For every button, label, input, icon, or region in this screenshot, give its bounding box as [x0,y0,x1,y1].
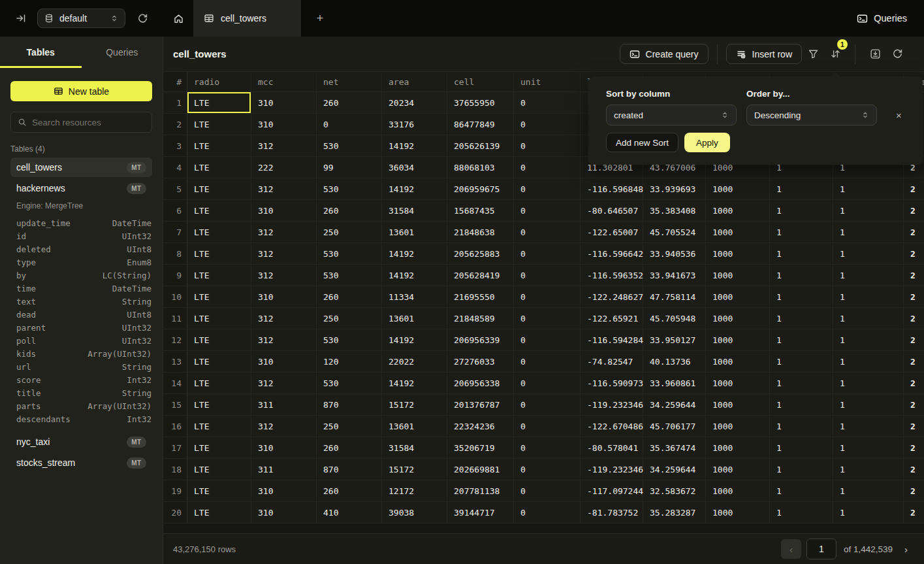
table-cell[interactable]: 202669881 [447,459,514,480]
table-cell[interactable]: -116.596642 [581,243,643,265]
table-cell[interactable]: 1 [770,243,833,265]
table-cell[interactable]: 2 [904,394,924,416]
table-cell[interactable]: 205626139 [447,135,514,157]
table-cell[interactable]: 33.950127 [643,329,706,351]
table-cell[interactable]: 1000 [706,178,770,200]
tab-cell-towers[interactable]: cell_towers [193,0,301,37]
add-new-sort-button[interactable]: Add new Sort [606,133,678,152]
table-cell[interactable]: 14192 [382,265,447,286]
table-cell[interactable]: 33.960861 [643,373,706,394]
remove-sort-icon[interactable]: × [896,110,902,120]
table-cell[interactable]: 35.383408 [643,200,706,222]
table-cell[interactable]: 1 [833,308,904,329]
table-cell[interactable]: 1000 [706,222,770,243]
table-cell[interactable]: 1 [833,200,904,222]
table-cell[interactable]: 1 [833,265,904,286]
table-cell[interactable]: -122.65007 [581,222,643,243]
table-cell[interactable]: LTE [187,243,251,265]
table-cell[interactable]: 1000 [706,459,770,480]
column-header-unit[interactable]: unit [514,72,581,92]
table-cell[interactable]: 207781138 [447,480,514,502]
tab-home[interactable] [163,0,193,37]
table-cell[interactable]: 0 [514,114,581,135]
table-cell[interactable]: 260 [317,437,382,459]
table-cell[interactable]: LTE [187,200,251,222]
sidebar-item-nyc-taxi[interactable]: nyc_taxi MT [10,432,152,452]
refresh-icon[interactable] [886,44,908,64]
table-cell[interactable]: 260 [317,480,382,502]
table-cell[interactable]: 40.13736 [643,351,706,373]
table-cell[interactable]: 1 [770,329,833,351]
column-header-net[interactable]: net [317,72,382,92]
table-cell[interactable]: 222 [251,157,317,178]
new-table-button[interactable]: New table [10,81,152,101]
table-cell[interactable]: 2 [904,416,924,437]
table-cell[interactable]: LTE [187,265,251,286]
table-cell[interactable]: 0 [514,308,581,329]
table-cell[interactable]: 530 [317,178,382,200]
table-cell[interactable]: 1 [770,222,833,243]
table-cell[interactable]: 310 [251,480,317,502]
sort-column-select[interactable]: created [606,105,737,125]
apply-sort-button[interactable]: Apply [684,133,730,152]
table-cell[interactable]: -122.670486 [581,416,643,437]
table-cell[interactable]: 2 [904,308,924,329]
table-cell[interactable]: 1 [770,286,833,308]
table-cell[interactable]: 2 [904,222,924,243]
table-cell[interactable]: 530 [317,265,382,286]
table-cell[interactable]: -116.594284 [581,329,643,351]
table-cell[interactable]: 250 [317,222,382,243]
table-cell[interactable]: 39038 [382,502,447,523]
queries-button[interactable]: Queries [857,13,907,24]
table-cell[interactable]: 260 [317,92,382,114]
table-cell[interactable]: 2 [904,459,924,480]
download-icon[interactable] [864,44,886,64]
table-cell[interactable]: -122.65921 [581,308,643,329]
table-cell[interactable]: 1 [833,480,904,502]
table-cell[interactable]: 310 [251,200,317,222]
table-cell[interactable]: LTE [187,114,251,135]
table-cell[interactable]: 1000 [706,265,770,286]
table-cell[interactable]: 1 [770,200,833,222]
table-cell[interactable]: 870 [317,459,382,480]
table-cell[interactable]: 312 [251,308,317,329]
table-cell[interactable]: 1000 [706,200,770,222]
table-cell[interactable]: 1 [833,222,904,243]
sidebar-tab-queries[interactable]: Queries [82,37,163,68]
table-cell[interactable]: 1 [770,459,833,480]
table-cell[interactable]: 311 [251,459,317,480]
filter-icon[interactable] [802,44,824,64]
table-cell[interactable]: 1 [833,416,904,437]
table-cell[interactable]: 312 [251,265,317,286]
table-cell[interactable]: LTE [187,286,251,308]
table-cell[interactable]: 0 [514,200,581,222]
table-cell[interactable]: 33.941673 [643,265,706,286]
table-cell[interactable]: LTE [187,92,251,114]
table-cell[interactable]: 13601 [382,222,447,243]
table-cell[interactable]: 2 [904,200,924,222]
table-cell[interactable]: 206956338 [447,373,514,394]
table-cell[interactable]: 2 [904,178,924,200]
table-cell[interactable]: 32.583672 [643,480,706,502]
table-cell[interactable]: 12172 [382,480,447,502]
sidebar-item-stocks-stream[interactable]: stocks_stream MT [10,453,152,473]
table-cell[interactable]: -119.232346 [581,394,643,416]
sidebar-item-hackernews[interactable]: hackernews MT [10,178,152,198]
table-cell[interactable]: 0 [514,222,581,243]
table-cell[interactable]: 0 [514,394,581,416]
table-cell[interactable]: 410 [317,502,382,523]
table-cell[interactable]: LTE [187,437,251,459]
sidebar-item-cell-towers[interactable]: cell_towers MT [10,158,152,177]
sidebar-tab-tables[interactable]: Tables [0,37,82,68]
sort-order-select[interactable]: Descending [746,105,877,125]
table-cell[interactable]: 250 [317,308,382,329]
table-cell[interactable]: 120 [317,351,382,373]
table-cell[interactable]: 312 [251,416,317,437]
table-cell[interactable]: 21848638 [447,222,514,243]
table-cell[interactable]: 0 [514,157,581,178]
table-cell[interactable]: 14192 [382,329,447,351]
table-cell[interactable]: 14192 [382,135,447,157]
table-cell[interactable]: 206956339 [447,329,514,351]
search-input[interactable] [32,118,148,127]
table-cell[interactable]: 1 [833,459,904,480]
